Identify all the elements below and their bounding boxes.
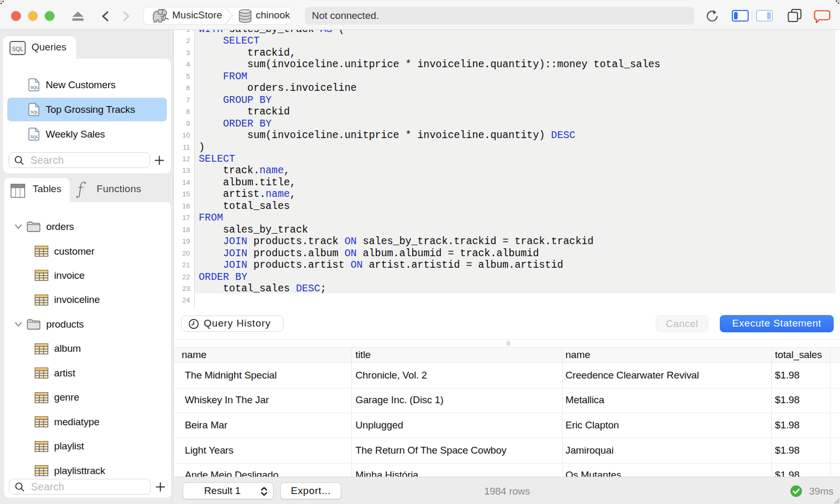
svg-text:SQL: SQL	[30, 85, 39, 90]
svg-text:SQL: SQL	[12, 46, 23, 52]
svg-text:SQL: SQL	[30, 110, 39, 114]
svg-text:SQL: SQL	[30, 134, 39, 139]
